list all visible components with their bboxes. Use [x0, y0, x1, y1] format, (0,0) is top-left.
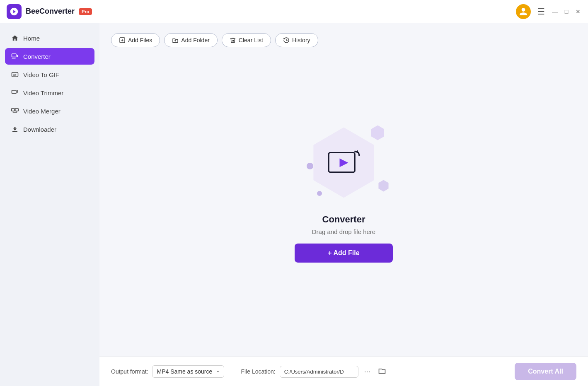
svg-text:GIF: GIF	[13, 74, 17, 76]
toolbar: Add Files Add Folder Clear List	[111, 33, 576, 47]
svg-rect-3	[12, 90, 17, 94]
converter-icon-wrap	[325, 148, 363, 177]
svg-rect-7	[12, 109, 15, 111]
file-location-input[interactable]	[280, 366, 358, 378]
history-button[interactable]: History	[275, 33, 318, 47]
clear-list-label: Clear List	[239, 37, 263, 43]
convert-all-button[interactable]: Convert All	[515, 363, 576, 380]
pro-badge: Pro	[79, 8, 92, 15]
download-icon	[11, 125, 19, 133]
home-icon	[11, 34, 19, 42]
file-location-label: File Location:	[241, 368, 275, 375]
sidebar-trimmer-label: Video Trimmer	[23, 89, 63, 96]
menu-icon[interactable]: ☰	[537, 7, 545, 17]
sidebar-item-video-to-gif[interactable]: GIF Video To GIF	[5, 66, 94, 83]
sidebar-item-video-merger[interactable]: Video Merger	[5, 103, 94, 119]
gif-icon: GIF	[11, 70, 19, 79]
drop-title: Converter	[322, 214, 365, 225]
drop-zone: Converter Drag and drop file here + Add …	[111, 55, 576, 386]
add-files-label: Add Files	[128, 37, 152, 43]
browse-folder-button[interactable]	[376, 365, 388, 379]
app-logo	[7, 4, 22, 19]
output-format-select[interactable]: MP4 Same as source	[152, 365, 224, 378]
content-area: Add Files Add Folder Clear List	[99, 23, 588, 386]
titlebar: BeeConverter Pro ☰ — □ ✕	[0, 0, 588, 23]
hex-sm1	[370, 125, 385, 140]
drop-illustration	[294, 121, 394, 204]
minimize-button[interactable]: —	[552, 8, 558, 15]
clear-list-icon	[230, 37, 236, 43]
merge-icon	[11, 107, 19, 115]
drop-subtitle: Drag and drop file here	[312, 228, 375, 235]
sidebar-downloader-label: Downloader	[23, 126, 56, 133]
avatar-icon[interactable]	[516, 4, 531, 19]
sidebar-converter-label: Converter	[23, 53, 51, 60]
more-options-button[interactable]: ···	[363, 366, 372, 378]
hex-sm2	[378, 180, 390, 192]
titlebar-right: ☰ — □ ✕	[516, 4, 581, 19]
converter-icon	[11, 52, 19, 60]
clear-list-button[interactable]: Clear List	[222, 33, 271, 47]
output-format-field: Output format: MP4 Same as source	[111, 365, 224, 378]
svg-marker-11	[339, 158, 348, 167]
titlebar-left: BeeConverter Pro	[7, 4, 92, 19]
add-folder-label: Add Folder	[181, 37, 209, 43]
output-format-label: Output format:	[111, 368, 148, 375]
history-label: History	[292, 37, 310, 43]
maximize-button[interactable]: □	[563, 8, 570, 15]
add-file-button[interactable]: + Add File	[295, 244, 392, 263]
window-controls: — □ ✕	[552, 8, 581, 15]
sidebar-item-downloader[interactable]: Downloader	[5, 121, 94, 138]
folder-icon	[378, 367, 386, 375]
add-folder-icon	[172, 37, 179, 43]
dot2	[317, 191, 322, 196]
svg-rect-0	[12, 54, 17, 57]
converter-main-icon	[325, 148, 363, 177]
close-button[interactable]: ✕	[575, 8, 581, 15]
trim-icon	[11, 89, 19, 97]
sidebar-gif-label: Video To GIF	[23, 71, 59, 78]
main-layout: Home Converter GIF Video To GIF	[0, 23, 588, 386]
history-icon	[283, 37, 290, 43]
sidebar-item-home[interactable]: Home	[5, 30, 94, 46]
add-files-icon	[119, 37, 126, 43]
sidebar-home-label: Home	[23, 35, 40, 42]
add-folder-button[interactable]: Add Folder	[164, 33, 217, 47]
sidebar: Home Converter GIF Video To GIF	[0, 23, 99, 386]
sidebar-item-converter[interactable]: Converter	[5, 48, 94, 65]
app-name: BeeConverter	[26, 7, 75, 16]
svg-rect-8	[15, 109, 19, 111]
add-files-button[interactable]: Add Files	[111, 33, 160, 47]
sidebar-item-video-trimmer[interactable]: Video Trimmer	[5, 84, 94, 101]
sidebar-merger-label: Video Merger	[23, 108, 60, 115]
dot1	[307, 163, 313, 169]
bottom-bar: Output format: MP4 Same as source File L…	[99, 357, 588, 386]
file-location-field: File Location: ···	[241, 365, 387, 379]
